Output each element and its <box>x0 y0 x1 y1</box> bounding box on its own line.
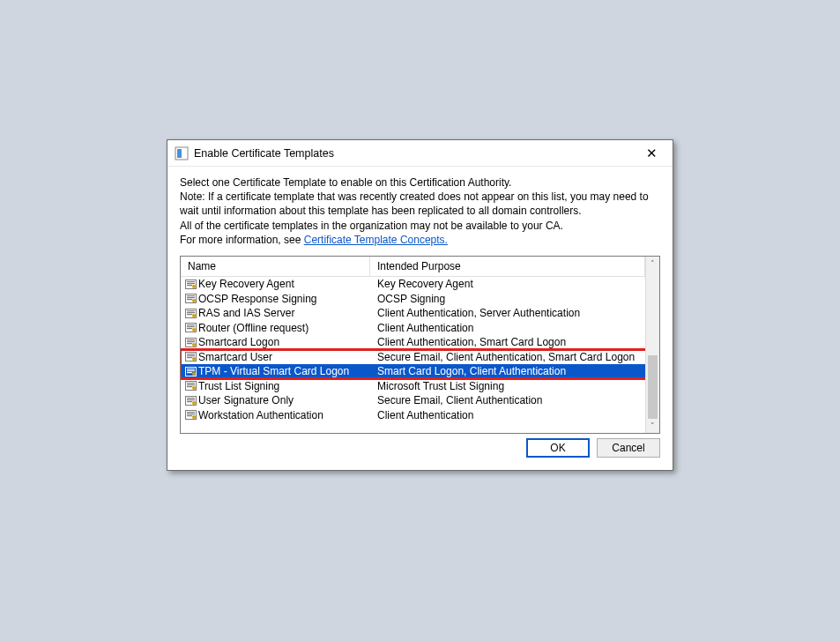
cert-template-icon <box>181 308 197 319</box>
instr-line1: Select one Certificate Template to enabl… <box>180 175 660 190</box>
svg-rect-29 <box>187 355 195 356</box>
svg-rect-9 <box>187 297 195 298</box>
template-name: Key Recovery Agent <box>197 278 370 290</box>
instr-line2: Note: If a certificate template that was… <box>180 190 660 218</box>
template-purpose: Client Authentication, Server Authentica… <box>370 307 645 319</box>
column-header: Name Intended Purpose <box>181 257 645 277</box>
svg-rect-28 <box>187 354 195 354</box>
cert-template-icon <box>181 337 197 348</box>
svg-point-6 <box>192 285 196 288</box>
svg-rect-33 <box>187 369 195 369</box>
template-purpose: Secure Email, Client Authentication, Sma… <box>370 351 645 363</box>
rows-container: Key Recovery AgentKey Recovery AgentOCSP… <box>181 277 645 422</box>
cancel-button[interactable]: Cancel <box>597 438 660 458</box>
svg-rect-50 <box>187 415 192 416</box>
enable-cert-templates-dialog: Enable Certificate Templates ✕ Select on… <box>167 139 673 471</box>
list-item[interactable]: User Signature OnlySecure Email, Client … <box>181 393 645 408</box>
template-purpose: Key Recovery Agent <box>370 278 645 290</box>
template-name: Router (Offline request) <box>197 322 370 334</box>
svg-rect-43 <box>187 398 195 399</box>
scroll-down-icon[interactable]: ˅ <box>646 419 659 433</box>
svg-rect-13 <box>187 310 195 311</box>
template-name: Trust List Signing <box>197 380 370 392</box>
close-button[interactable]: ✕ <box>637 144 665 163</box>
template-purpose: Client Authentication <box>370 322 645 334</box>
scrollbar[interactable]: ˄ ˅ <box>645 257 659 433</box>
svg-point-16 <box>192 314 196 317</box>
template-purpose: Secure Email, Client Authentication <box>370 394 645 406</box>
svg-rect-40 <box>187 386 192 387</box>
ok-button[interactable]: OK <box>526 438 590 458</box>
svg-rect-45 <box>187 401 192 402</box>
svg-point-41 <box>192 386 196 390</box>
dialog-title: Enable Certificate Templates <box>194 147 637 160</box>
template-purpose: Client Authentication, Smart Card Logon <box>370 336 645 348</box>
svg-rect-49 <box>187 414 195 414</box>
app-icon <box>175 146 189 160</box>
svg-rect-44 <box>187 399 195 400</box>
list-item[interactable]: Trust List SigningMicrosoft Trust List S… <box>181 378 645 393</box>
svg-rect-19 <box>187 326 195 327</box>
cert-template-icon <box>181 322 197 333</box>
svg-rect-39 <box>187 384 195 385</box>
template-name: OCSP Response Signing <box>197 293 370 305</box>
svg-rect-48 <box>187 412 195 413</box>
col-header-purpose[interactable]: Intended Purpose <box>370 257 645 276</box>
svg-rect-24 <box>187 341 195 342</box>
instructions: Select one Certificate Template to enabl… <box>180 175 660 247</box>
col-header-name[interactable]: Name <box>181 257 370 276</box>
scroll-up-icon[interactable]: ˄ <box>646 257 659 271</box>
more-prefix: For more information, see <box>180 234 304 246</box>
template-name: User Signature Only <box>197 394 370 406</box>
cert-template-icon <box>181 395 197 406</box>
template-purpose: Microsoft Trust List Signing <box>370 380 645 392</box>
list-item[interactable]: Key Recovery AgentKey Recovery Agent <box>181 277 645 292</box>
svg-point-51 <box>192 415 196 419</box>
svg-rect-23 <box>187 339 195 340</box>
svg-rect-34 <box>187 370 195 371</box>
svg-rect-10 <box>187 299 192 300</box>
cert-template-icon <box>181 351 197 362</box>
cert-template-icon <box>181 279 197 290</box>
svg-rect-4 <box>187 283 195 284</box>
svg-rect-3 <box>187 281 195 282</box>
scroll-thumb[interactable] <box>648 355 658 419</box>
svg-rect-8 <box>187 295 195 296</box>
dialog-body: Select one Certificate Template to enabl… <box>167 167 673 444</box>
list-item[interactable]: Smartcard UserSecure Email, Client Authe… <box>181 349 645 364</box>
template-name: Smartcard Logon <box>197 336 370 348</box>
svg-rect-20 <box>187 328 192 329</box>
svg-rect-5 <box>187 285 192 286</box>
templates-listbox: Name Intended Purpose Key Recovery Agent… <box>180 256 660 434</box>
button-row: OK Cancel <box>526 438 660 458</box>
svg-rect-14 <box>187 312 195 313</box>
list-item[interactable]: OCSP Response SigningOCSP Signing <box>181 291 645 306</box>
list-item[interactable]: TPM - Virtual Smart Card LogonSmart Card… <box>181 364 645 379</box>
svg-point-26 <box>192 343 196 347</box>
list-item[interactable]: Smartcard LogonClient Authentication, Sm… <box>181 335 645 350</box>
svg-point-11 <box>192 299 196 302</box>
list-item[interactable]: Router (Offline request)Client Authentic… <box>181 320 645 335</box>
svg-point-21 <box>192 328 196 332</box>
svg-point-36 <box>192 372 196 376</box>
cert-template-icon <box>181 409 197 421</box>
svg-rect-15 <box>187 314 192 315</box>
template-purpose: Smart Card Logon, Client Authentication <box>370 365 645 377</box>
svg-rect-1 <box>177 149 182 158</box>
svg-rect-35 <box>187 372 192 373</box>
template-purpose: Client Authentication <box>370 409 645 421</box>
list-item[interactable]: RAS and IAS ServerClient Authentication,… <box>181 306 645 321</box>
cert-template-icon <box>181 293 197 304</box>
template-name: Smartcard User <box>197 351 370 363</box>
list-item[interactable]: Workstation AuthenticationClient Authent… <box>181 407 645 422</box>
svg-rect-38 <box>187 383 195 384</box>
instr-line3: All of the certificate templates in the … <box>180 219 660 233</box>
svg-rect-30 <box>187 357 192 358</box>
cert-template-concepts-link[interactable]: Certificate Template Concepts. <box>304 234 448 246</box>
instr-more: For more information, see Certificate Te… <box>180 233 660 247</box>
svg-rect-25 <box>187 343 192 344</box>
svg-rect-18 <box>187 324 195 325</box>
svg-point-31 <box>192 357 196 361</box>
titlebar: Enable Certificate Templates ✕ <box>167 140 673 167</box>
template-name: Workstation Authentication <box>197 409 370 421</box>
